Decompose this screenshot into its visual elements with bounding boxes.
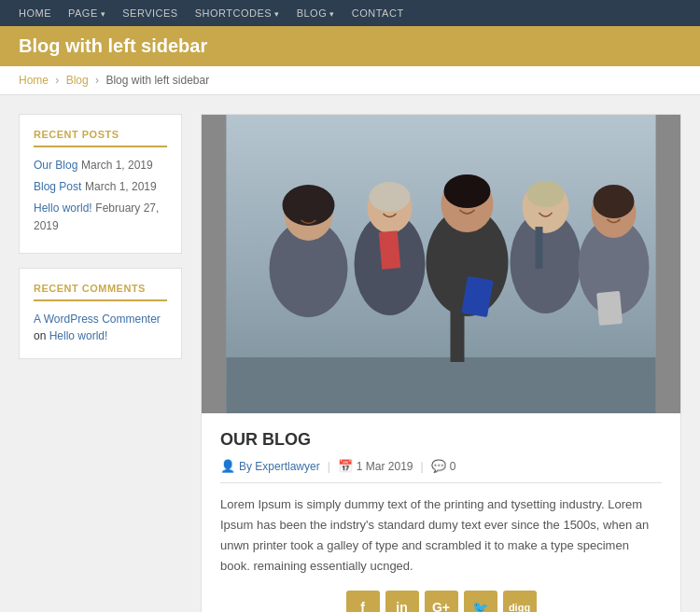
social-share-buttons: f in G+ 🐦 digg — [220, 591, 662, 612]
svg-rect-18 — [536, 227, 543, 269]
list-item: Blog Post March 1, 2019 — [34, 178, 167, 195]
share-googleplus-button[interactable]: G+ — [425, 591, 458, 612]
list-item: Hello world! February 27, 2019 — [34, 200, 167, 233]
blog-image-svg — [202, 115, 680, 413]
list-item: Our Blog March 1, 2019 — [34, 157, 167, 174]
comment-author[interactable]: A WordPress Commenter — [34, 313, 161, 326]
recent-post-date-2: March 1, 2019 — [85, 180, 157, 193]
nav-blog[interactable]: BLOG — [297, 7, 335, 19]
blog-author-meta: 👤 By Expertlawyer — [220, 459, 320, 473]
breadcrumb-home[interactable]: Home — [19, 74, 49, 87]
breadcrumb: Home › Blog › Blog with left sidebar — [0, 66, 700, 95]
comment-on: on — [34, 329, 49, 342]
svg-point-12 — [444, 174, 491, 208]
page-header-bar: Blog with left sidebar — [0, 26, 700, 66]
comment-post-link[interactable]: Hello world! — [49, 329, 108, 342]
blog-comments-count: 0 — [450, 460, 456, 473]
main-nav: HOME PAGE SERVICES SHORTCODES BLOG CONTA… — [0, 0, 700, 26]
blog-author-link[interactable]: By Expertlawyer — [239, 460, 320, 473]
svg-rect-2 — [227, 357, 656, 413]
recent-post-link-3[interactable]: Hello world! — [34, 202, 92, 215]
sidebar-recent-posts: RECENT POSTS Our Blog March 1, 2019 Blog… — [19, 114, 182, 254]
blog-post-title: OUR BLOG — [220, 430, 662, 450]
blog-date-meta: 📅 1 Mar 2019 — [338, 459, 413, 473]
recent-post-link-1[interactable]: Our Blog — [34, 159, 77, 172]
blog-meta: 👤 By Expertlawyer | 📅 1 Mar 2019 | 💬 0 — [220, 459, 662, 483]
meta-sep-1: | — [328, 460, 330, 473]
blog-body: OUR BLOG 👤 By Expertlawyer | 📅 1 Mar 201… — [202, 413, 680, 612]
share-facebook-button[interactable]: f — [346, 591, 380, 612]
svg-rect-22 — [596, 291, 623, 326]
svg-point-21 — [594, 185, 635, 218]
recent-posts-title: RECENT POSTS — [34, 129, 167, 147]
blog-featured-image — [202, 115, 680, 413]
breadcrumb-current: Blog with left sidebar — [105, 74, 209, 87]
svg-point-8 — [370, 182, 411, 212]
nav-home[interactable]: HOME — [19, 7, 51, 19]
nav-page[interactable]: PAGE — [68, 7, 105, 19]
breadcrumb-blog[interactable]: Blog — [66, 74, 89, 87]
comment-icon: 💬 — [431, 459, 446, 473]
nav-shortcodes[interactable]: SHORTCODES — [195, 7, 280, 19]
calendar-icon: 📅 — [338, 459, 353, 473]
svg-rect-9 — [379, 230, 400, 270]
blog-comments-meta: 💬 0 — [431, 459, 456, 473]
sidebar-recent-comments: RECENT COMMENTS A WordPress Commenter on… — [19, 268, 182, 359]
blog-excerpt: Lorem Ipsum is simply dummy text of the … — [220, 494, 662, 577]
page-layout: RECENT POSTS Our Blog March 1, 2019 Blog… — [0, 95, 700, 612]
meta-sep-2: | — [421, 460, 424, 473]
recent-comments-title: RECENT COMMENTS — [34, 283, 167, 301]
blog-card: OUR BLOG 👤 By Expertlawyer | 📅 1 Mar 201… — [201, 114, 681, 612]
share-linkedin-button[interactable]: in — [385, 591, 419, 612]
breadcrumb-sep-2: › — [95, 74, 99, 87]
recent-posts-list: Our Blog March 1, 2019 Blog Post March 1… — [34, 157, 167, 234]
nav-contact[interactable]: CONTACT — [352, 7, 404, 19]
blog-date: 1 Mar 2019 — [357, 460, 413, 473]
sidebar: RECENT POSTS Our Blog March 1, 2019 Blog… — [19, 114, 182, 612]
nav-services[interactable]: SERVICES — [122, 7, 177, 19]
user-icon: 👤 — [220, 459, 235, 473]
recent-post-link-2[interactable]: Blog Post — [34, 180, 81, 193]
comment-item: A WordPress Commenter on Hello world! — [34, 311, 167, 344]
main-content: OUR BLOG 👤 By Expertlawyer | 📅 1 Mar 201… — [201, 114, 681, 612]
share-twitter-button[interactable]: 🐦 — [464, 591, 497, 612]
breadcrumb-sep-1: › — [55, 74, 59, 87]
svg-point-17 — [527, 181, 565, 207]
svg-point-5 — [283, 185, 335, 226]
share-digg-button[interactable]: digg — [503, 591, 537, 612]
svg-rect-13 — [451, 287, 465, 362]
recent-post-date-1: March 1, 2019 — [81, 159, 153, 172]
page-title: Blog with left sidebar — [19, 35, 681, 57]
